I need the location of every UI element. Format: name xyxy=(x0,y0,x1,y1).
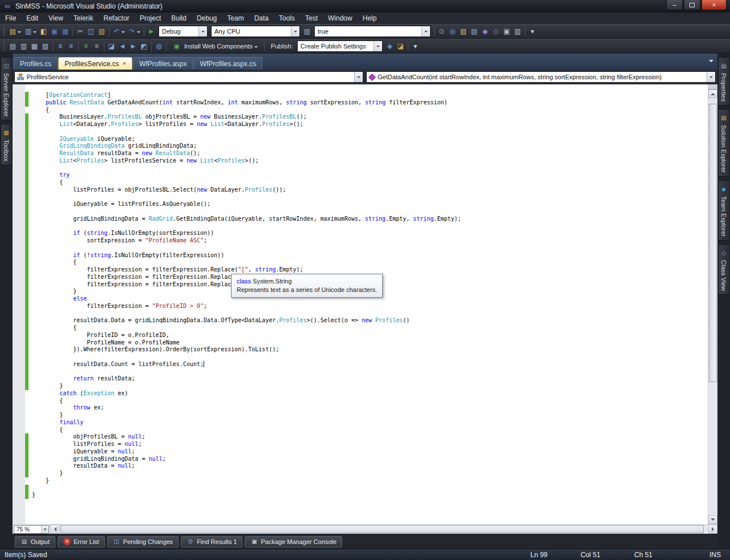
browse-with-icon[interactable]: ◍ xyxy=(154,42,164,51)
uncomment-icon[interactable]: ≡ xyxy=(92,42,102,51)
command-window-icon[interactable]: ▣ xyxy=(502,27,512,36)
previous-bookmark-icon[interactable]: ◄ xyxy=(117,42,127,51)
scroll-down-button[interactable] xyxy=(708,516,717,524)
save-icon[interactable]: ▣ xyxy=(50,27,59,36)
toolbar-grip[interactable] xyxy=(3,42,5,51)
code-line[interactable] xyxy=(32,368,461,376)
maximize-button[interactable] xyxy=(684,0,700,10)
toolbar-grip[interactable] xyxy=(3,27,5,36)
install-web-components-icon[interactable]: ◉ xyxy=(172,42,181,51)
properties-window-icon[interactable]: ▤ xyxy=(469,27,479,36)
code-line[interactable] xyxy=(32,354,461,361)
code-line[interactable] xyxy=(32,128,461,136)
vertical-scroll-thumb[interactable] xyxy=(709,104,717,382)
class-view-tab[interactable]: ◇Class View xyxy=(718,244,730,295)
code-line[interactable] xyxy=(32,245,461,252)
code-line[interactable]: } xyxy=(32,470,461,477)
horizontal-scroll-track[interactable] xyxy=(59,525,708,534)
code-line[interactable]: catch (Exception ex) xyxy=(32,390,461,397)
dropdown-arrow-icon[interactable] xyxy=(137,31,140,35)
dropdown-arrow-icon[interactable] xyxy=(121,31,125,35)
solution-explorer-icon[interactable]: ▧ xyxy=(720,113,728,122)
code-line[interactable]: if (!string.IsNullOrEmpty(filterExpressi… xyxy=(32,252,461,259)
code-line[interactable]: } xyxy=(32,492,461,499)
class-view-icon[interactable]: ◇ xyxy=(491,27,501,36)
code-line[interactable]: if (string.IsNullOrEmpty(sortExpression)… xyxy=(32,230,461,237)
menu-edit[interactable]: Edit xyxy=(21,13,43,24)
code-line[interactable] xyxy=(32,165,461,172)
package-manager-console-tab[interactable]: ▣Package Manager Console xyxy=(245,536,342,547)
output-icon[interactable]: ▤ xyxy=(21,538,28,545)
splitter-grip[interactable] xyxy=(708,84,717,90)
combo-dropdown-icon[interactable] xyxy=(41,526,48,533)
scroll-up-button[interactable] xyxy=(708,90,717,98)
redo-icon[interactable]: ↷ xyxy=(127,27,137,36)
code-line[interactable]: { xyxy=(32,427,461,434)
increase-indent-icon[interactable]: ≡ xyxy=(66,42,76,51)
tab-ProfilesService.cs[interactable]: ProfilesService.cs× xyxy=(58,57,132,70)
new-project-icon[interactable]: ▤ xyxy=(8,27,18,36)
toolbox-icon[interactable]: ▦ xyxy=(2,128,11,137)
scroll-right-button[interactable] xyxy=(708,525,717,534)
code-line[interactable]: gridLinqBindingData = RadGrid.GetBinding… xyxy=(32,216,461,223)
menu-help[interactable]: Help xyxy=(358,13,382,24)
cut-icon[interactable]: ✂ xyxy=(75,27,85,36)
code-line[interactable]: iQueryable = listProfiles.AsQueryable(); xyxy=(32,201,461,208)
horizontal-scrollbar[interactable]: 75 % xyxy=(13,524,717,534)
code-line[interactable]: { xyxy=(32,107,461,114)
code-line[interactable]: ProfileID = o.ProfileID, xyxy=(32,332,461,339)
combo-dropdown-icon[interactable] xyxy=(421,26,430,36)
find-results-icon[interactable]: ⊙ xyxy=(186,538,194,545)
close-button[interactable]: × xyxy=(701,0,727,10)
code-line[interactable]: gridLinqBindingData = null; xyxy=(32,456,461,463)
code-line[interactable]: public ResultData GetDataAndCount(int st… xyxy=(32,99,461,107)
clear-bookmarks-icon[interactable]: ◩ xyxy=(139,42,149,51)
menu-tools[interactable]: Tools xyxy=(274,13,300,24)
indicator-margin[interactable] xyxy=(13,84,25,524)
find-results-tab[interactable]: ⊙Find Results 1 xyxy=(181,536,242,547)
team-explorer-icon[interactable]: ◆ xyxy=(720,185,728,193)
code-line[interactable]: listProfiles = null; xyxy=(32,441,461,448)
error-list-icon[interactable]: × xyxy=(63,538,71,545)
tab-WfProfiles.aspx[interactable]: WfProfiles.aspx xyxy=(133,57,193,70)
code-line[interactable]: { xyxy=(32,259,461,266)
package-manager-console-icon[interactable]: ▣ xyxy=(250,538,258,545)
menu-debug[interactable]: Debug xyxy=(192,13,222,24)
toolbar-options-icon[interactable]: ▾ xyxy=(528,27,537,36)
menu-window[interactable]: Window xyxy=(323,13,358,24)
properties-tab[interactable]: ▤Properties xyxy=(718,57,730,105)
object-browser-icon[interactable]: ◆ xyxy=(480,27,490,36)
publish-web-icon[interactable]: ◈ xyxy=(385,42,395,51)
members-combo[interactable]: GetDataAndCount(int startRowIndex, int m… xyxy=(366,71,716,83)
property-pages-icon[interactable]: ▨ xyxy=(302,27,312,36)
immediate-window-icon[interactable]: ▥ xyxy=(513,27,522,36)
install-web-components-button[interactable]: ◉ Install Web Components xyxy=(168,40,262,52)
zoom-combo[interactable]: 75 % xyxy=(14,525,49,534)
class-view-icon[interactable]: ◇ xyxy=(720,249,728,257)
code-line[interactable]: } xyxy=(32,412,461,419)
code-line[interactable]: [OperationContract] xyxy=(32,92,461,99)
server-explorer-icon[interactable]: ◫ xyxy=(2,62,11,70)
code-line[interactable]: }).Where(filterExpression).OrderBy(sortE… xyxy=(32,346,461,354)
combo-dropdown-icon[interactable] xyxy=(374,41,382,51)
save-all-icon[interactable]: ▦ xyxy=(60,27,70,36)
scroll-left-button[interactable] xyxy=(50,525,59,534)
combo-dropdown-icon[interactable] xyxy=(707,72,715,82)
next-bookmark-icon[interactable]: ► xyxy=(128,42,138,51)
code-line[interactable] xyxy=(32,485,461,492)
comment-icon[interactable]: ≡ xyxy=(81,42,91,51)
paste-icon[interactable]: ▧ xyxy=(97,27,107,36)
copy-icon[interactable]: ◫ xyxy=(86,27,96,36)
dropdown-arrow-icon[interactable] xyxy=(33,31,36,35)
find-symbol-icon[interactable]: ◎ xyxy=(448,27,457,36)
code-line[interactable]: filterExpression = filterExpression.Repl… xyxy=(32,266,461,274)
combo-dropdown-icon[interactable] xyxy=(291,26,299,36)
code-line[interactable]: resultData.Data = gridLinqBindingData.Da… xyxy=(32,317,461,324)
menu-refactor[interactable]: Refactor xyxy=(99,13,135,24)
code-line[interactable]: } xyxy=(32,383,461,390)
code-line[interactable]: finally xyxy=(32,419,461,427)
menu-view[interactable]: View xyxy=(43,13,68,24)
code-line[interactable]: List<DataLayer.Profiles> listProfiles = … xyxy=(32,121,461,128)
code-line[interactable] xyxy=(32,223,461,230)
error-list-tab[interactable]: ×Error List xyxy=(58,536,105,547)
